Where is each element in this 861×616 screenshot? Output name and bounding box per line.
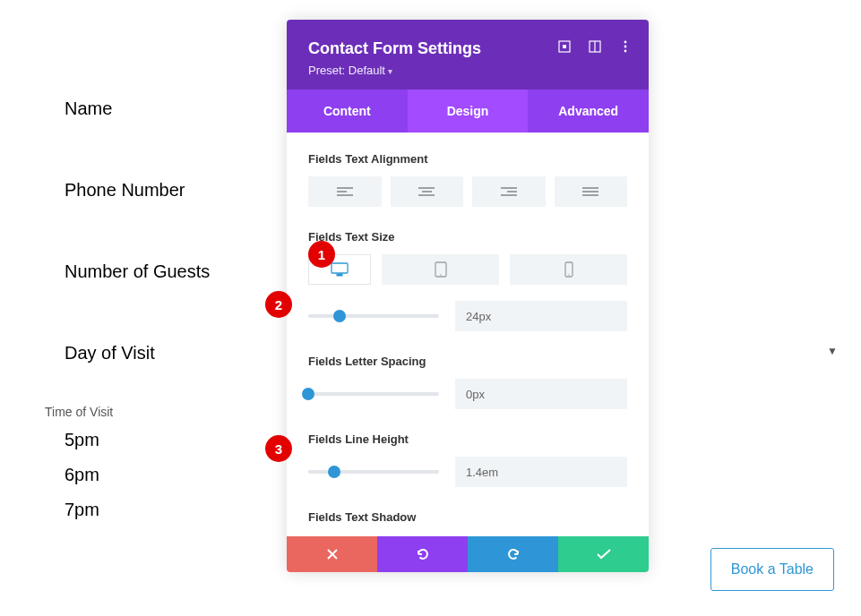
form-fields: Name Phone Number Number of Guests Day o… [65, 98, 210, 424]
line-height-thumb[interactable] [328, 466, 340, 478]
letter-spacing-slider-row [308, 379, 627, 409]
text-size-label: Fields Text Size [308, 230, 627, 244]
align-center-button[interactable] [391, 176, 464, 207]
responsive-icon[interactable] [557, 39, 572, 54]
svg-rect-7 [331, 263, 348, 273]
annotation-3: 3 [265, 435, 292, 462]
line-height-slider[interactable] [308, 470, 439, 474]
annotation-2: 2 [265, 291, 292, 318]
align-justify-button[interactable] [555, 176, 628, 207]
letter-spacing-thumb[interactable] [302, 388, 314, 400]
svg-point-10 [440, 274, 442, 276]
more-icon[interactable] [618, 39, 633, 54]
align-left-button[interactable] [308, 176, 382, 207]
settings-panel: Contact Form Settings Preset: Default Co… [287, 20, 649, 572]
close-icon [327, 549, 338, 560]
line-height-slider-row [308, 457, 627, 487]
svg-rect-8 [337, 274, 342, 276]
device-phone-button[interactable] [510, 254, 627, 285]
line-height-value[interactable] [455, 457, 627, 487]
text-size-slider[interactable] [308, 314, 439, 318]
text-size-thumb[interactable] [333, 310, 346, 322]
field-guests[interactable]: Number of Guests [65, 261, 210, 282]
book-a-table-button[interactable]: Book a Table [710, 548, 834, 591]
time-options: 5pm 6pm 7pm [65, 430, 99, 535]
time-7pm[interactable]: 7pm [65, 500, 99, 520]
device-tablet-button[interactable] [382, 254, 499, 285]
panel-body: Fields Text Alignment Fields Text Size [287, 133, 649, 524]
columns-icon[interactable] [588, 39, 602, 54]
panel-header: Contact Form Settings Preset: Default [287, 20, 649, 90]
svg-point-5 [624, 46, 627, 48]
undo-button[interactable] [377, 536, 468, 572]
check-icon [597, 549, 611, 560]
svg-point-4 [624, 41, 627, 44]
chevron-down-icon[interactable]: ▼ [827, 345, 838, 357]
annotation-1: 1 [308, 241, 335, 268]
letter-spacing-label: Fields Letter Spacing [308, 355, 627, 368]
undo-icon [416, 547, 430, 561]
alignment-label: Fields Text Alignment [308, 152, 627, 166]
time-5pm[interactable]: 5pm [65, 430, 99, 450]
text-size-value[interactable] [455, 301, 627, 331]
tab-design[interactable]: Design [408, 90, 529, 133]
text-shadow-label: Fields Text Shadow [308, 510, 627, 524]
field-name[interactable]: Name [65, 98, 210, 119]
svg-point-12 [568, 274, 569, 275]
svg-point-6 [624, 50, 627, 53]
time-of-visit-label: Time of Visit [45, 405, 113, 419]
device-group [308, 254, 627, 285]
align-right-button[interactable] [472, 176, 546, 207]
time-6pm[interactable]: 6pm [65, 465, 99, 485]
tabs: Content Design Advanced [287, 90, 649, 133]
field-phone[interactable]: Phone Number [65, 180, 210, 201]
text-size-slider-row [308, 301, 627, 331]
panel-footer [287, 536, 649, 572]
tab-content[interactable]: Content [287, 90, 408, 133]
svg-rect-1 [563, 45, 566, 48]
alignment-group [308, 176, 627, 207]
tab-advanced[interactable]: Advanced [528, 90, 649, 133]
letter-spacing-value[interactable] [455, 379, 627, 409]
preset-dropdown[interactable]: Preset: Default [308, 64, 627, 77]
redo-button[interactable] [468, 536, 558, 572]
line-height-label: Fields Line Height [308, 432, 627, 446]
save-button[interactable] [558, 536, 649, 572]
cancel-button[interactable] [287, 536, 377, 572]
letter-spacing-slider[interactable] [308, 392, 439, 396]
redo-icon [506, 547, 521, 561]
field-day[interactable]: Day of Visit [65, 343, 210, 364]
